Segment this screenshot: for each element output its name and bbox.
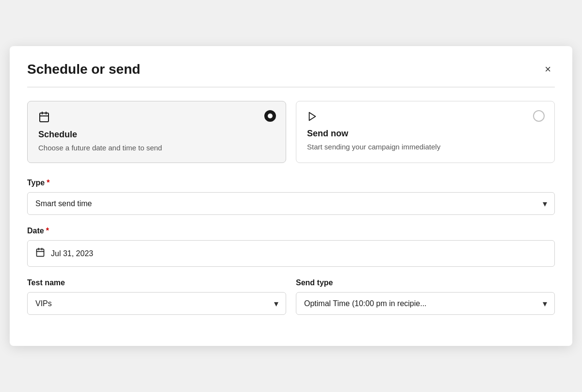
type-required-star: * <box>47 179 49 187</box>
svg-marker-4 <box>309 113 316 121</box>
schedule-option-card[interactable]: Schedule Choose a future date and time t… <box>27 101 286 163</box>
modal-title: Schedule or send <box>27 62 140 77</box>
send-type-field-label: Send type <box>296 278 555 287</box>
svg-rect-5 <box>37 249 44 256</box>
type-field-section: Type * Smart send time Regular send Sche… <box>27 179 555 215</box>
date-field-section: Date * Jul 31, 2023 <box>27 227 555 267</box>
schedule-icon <box>38 121 50 129</box>
date-value: Jul 31, 2023 <box>51 249 93 258</box>
header-divider <box>27 87 555 87</box>
bottom-fields-row: Test name VIPs All Subscribers New Users… <box>27 278 555 315</box>
svg-rect-0 <box>40 113 48 122</box>
calendar-icon <box>35 247 45 260</box>
type-field-label: Type * <box>27 179 555 187</box>
date-input[interactable]: Jul 31, 2023 <box>27 240 555 267</box>
send-now-option-title: Send now <box>307 129 544 139</box>
send-type-select-wrapper: Optimal Time (10:00 pm in recipie... Fix… <box>296 292 555 315</box>
send-now-option-desc: Start sending your campaign immediately <box>307 142 544 152</box>
modal-header: Schedule or send × <box>27 62 555 77</box>
type-select[interactable]: Smart send time Regular send Scheduled <box>27 192 555 215</box>
test-name-select-wrapper: VIPs All Subscribers New Users ▾ <box>27 292 286 315</box>
send-now-option-card[interactable]: Send now Start sending your campaign imm… <box>296 101 555 163</box>
test-name-select[interactable]: VIPs All Subscribers New Users <box>27 292 286 315</box>
test-name-field-section: Test name VIPs All Subscribers New Users… <box>27 278 286 315</box>
send-type-field-section: Send type Optimal Time (10:00 pm in reci… <box>296 278 555 315</box>
schedule-option-title: Schedule <box>38 130 275 140</box>
schedule-radio[interactable] <box>264 110 276 122</box>
close-button[interactable]: × <box>541 62 555 77</box>
options-row: Schedule Choose a future date and time t… <box>27 101 555 163</box>
type-select-wrapper: Smart send time Regular send Scheduled ▾ <box>27 192 555 215</box>
send-type-select[interactable]: Optimal Time (10:00 pm in recipie... Fix… <box>296 292 555 315</box>
schedule-option-desc: Choose a future date and time to send <box>38 143 275 153</box>
schedule-or-send-modal: Schedule or send × Schedule Choose a fut… <box>10 46 572 346</box>
send-now-radio[interactable] <box>533 110 545 122</box>
send-now-icon <box>307 120 318 128</box>
date-field-label: Date * <box>27 227 555 235</box>
date-required-star: * <box>46 227 49 235</box>
test-name-field-label: Test name <box>27 278 286 287</box>
